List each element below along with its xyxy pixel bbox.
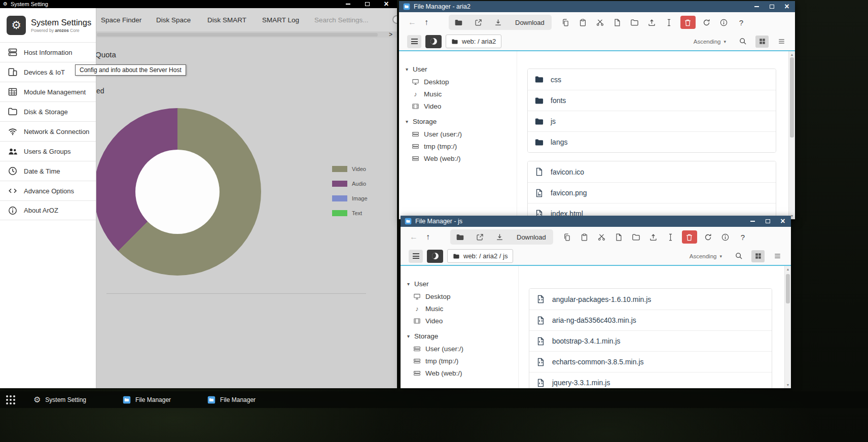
- window-titlebar[interactable]: ⚙ System Setting ×: [0, 0, 397, 8]
- scroll-down-icon[interactable]: ▼: [785, 383, 791, 387]
- help-button[interactable]: ?: [737, 231, 749, 243]
- tree-section-user[interactable]: ▾ User: [401, 277, 518, 290]
- menu-button[interactable]: [407, 35, 421, 48]
- dark-mode-button[interactable]: [427, 250, 443, 263]
- cut-button[interactable]: [596, 231, 608, 243]
- file-row[interactable]: bootstrap-3.4.1.min.js: [529, 330, 772, 351]
- tree-item-desktop[interactable]: Desktop: [401, 290, 518, 302]
- download-button[interactable]: Download: [508, 15, 552, 30]
- rename-button[interactable]: [663, 16, 675, 28]
- delete-button[interactable]: [682, 230, 697, 244]
- sidebar-item-date-time[interactable]: Date & Time: [0, 161, 96, 181]
- file-row[interactable]: favicon.png: [528, 182, 776, 203]
- file-row[interactable]: jquery-3.3.1.min.js: [529, 372, 772, 388]
- back-button[interactable]: ←: [409, 232, 419, 242]
- sort-order-dropdown[interactable]: Ascending ▾: [690, 253, 722, 259]
- file-row[interactable]: aria-ng-da5356c403.min.js: [529, 310, 772, 330]
- sidebar-item-host-information[interactable]: Host Information: [0, 42, 96, 62]
- tree-item-video[interactable]: Video: [399, 100, 517, 112]
- scrollbar-thumb[interactable]: [786, 274, 790, 303]
- sidebar-item-disk-storage[interactable]: Disk & Storage: [0, 101, 96, 121]
- file-row[interactable]: favicon.ico: [528, 161, 776, 182]
- refresh-button[interactable]: [702, 231, 714, 243]
- sidebar-item-module-management[interactable]: Module Management: [0, 82, 96, 101]
- tree-item-user-drive[interactable]: User (user:/): [401, 343, 518, 355]
- file-row[interactable]: js: [528, 111, 776, 131]
- up-button[interactable]: ↑: [421, 18, 431, 27]
- paste-button[interactable]: [578, 231, 591, 243]
- minimize-button[interactable]: [752, 3, 761, 11]
- search-button[interactable]: [737, 36, 748, 47]
- open-folder-button[interactable]: [449, 15, 468, 30]
- tree-section-user[interactable]: ▾ User: [399, 62, 517, 76]
- tab-disk-space[interactable]: Disk Space: [156, 16, 191, 24]
- back-button[interactable]: ←: [407, 18, 417, 27]
- copy-button[interactable]: [561, 231, 573, 243]
- open-external-button[interactable]: [468, 15, 488, 30]
- tree-section-storage[interactable]: ▾ Storage: [399, 115, 517, 128]
- sort-order-dropdown[interactable]: Ascending ▾: [694, 39, 726, 45]
- tree-item-tmp-drive[interactable]: tmp (tmp:/): [401, 355, 518, 367]
- taskbar-item-system-setting[interactable]: ⚙ System Setting: [33, 396, 86, 404]
- close-button[interactable]: ×: [383, 1, 390, 8]
- breadcrumb[interactable]: web: / aria2 / js: [447, 249, 513, 263]
- tree-item-desktop[interactable]: Desktop: [399, 76, 517, 88]
- window-titlebar[interactable]: File Manager - js ×: [401, 216, 791, 227]
- maximize-button[interactable]: [764, 217, 772, 225]
- sidebar-item-network-connection[interactable]: Network & Connection: [0, 121, 96, 141]
- breadcrumb[interactable]: web: / aria2: [446, 35, 501, 48]
- tree-item-video[interactable]: Video: [401, 315, 518, 327]
- sidebar-item-users-groups[interactable]: Users & Groups: [0, 141, 96, 161]
- info-button[interactable]: [719, 231, 732, 243]
- tab-space-finder[interactable]: Space Finder: [101, 16, 141, 24]
- cut-button[interactable]: [594, 16, 606, 28]
- tree-item-web-drive[interactable]: Web (web:/): [399, 152, 517, 164]
- tab-disk-smart[interactable]: Disk SMART: [207, 16, 246, 24]
- taskbar-item-file-manager-2[interactable]: File Manager: [207, 396, 256, 404]
- sidebar-item-advance-options[interactable]: Advance Options: [0, 181, 96, 200]
- chevron-right-icon[interactable]: >: [389, 31, 392, 38]
- tree-section-storage[interactable]: ▾ Storage: [401, 329, 518, 343]
- download-button[interactable]: Download: [510, 229, 553, 245]
- minimize-button[interactable]: [748, 217, 756, 225]
- list-view-button[interactable]: [776, 36, 787, 47]
- minimize-button[interactable]: [344, 1, 351, 8]
- new-file-button[interactable]: [613, 231, 625, 243]
- file-row[interactable]: echarts-common-3.8.5.min.js: [529, 351, 772, 372]
- maximize-button[interactable]: [364, 1, 371, 8]
- scrollbar[interactable]: ▲ ▼: [784, 266, 791, 388]
- settings-search-input[interactable]: [314, 16, 380, 24]
- refresh-button[interactable]: [701, 16, 713, 28]
- list-view-button[interactable]: [772, 251, 783, 262]
- dark-mode-button[interactable]: [425, 35, 442, 48]
- grid-view-button[interactable]: [755, 36, 769, 48]
- delete-button[interactable]: [680, 16, 696, 29]
- scroll-up-icon[interactable]: ▲: [785, 267, 791, 271]
- tree-item-music[interactable]: ♪ Music: [401, 302, 518, 315]
- help-button[interactable]: ?: [735, 16, 747, 28]
- up-button[interactable]: ↑: [423, 232, 433, 242]
- tree-item-web-drive[interactable]: Web (web:/): [401, 367, 518, 379]
- new-folder-button[interactable]: [630, 231, 642, 243]
- apps-grid-button[interactable]: [6, 395, 15, 404]
- file-row[interactable]: fonts: [528, 90, 776, 111]
- scroll-up-icon[interactable]: ▲: [789, 53, 795, 56]
- sidebar-item-about-aroz[interactable]: About ArOZ: [0, 200, 96, 220]
- tabs-scrollbar-thumb[interactable]: [97, 33, 378, 37]
- tree-item-tmp-drive[interactable]: tmp (tmp:/): [399, 140, 517, 152]
- search-button[interactable]: [733, 251, 744, 262]
- grid-view-button[interactable]: [751, 250, 765, 262]
- scrollbar[interactable]: ▲ ▼: [788, 51, 795, 219]
- file-row[interactable]: langs: [528, 131, 776, 152]
- scrollbar-thumb[interactable]: [790, 57, 794, 138]
- new-file-button[interactable]: [611, 16, 624, 28]
- paste-button[interactable]: [577, 16, 589, 28]
- copy-button[interactable]: [560, 16, 572, 28]
- window-titlebar[interactable]: File Manager - aria2 ×: [399, 1, 795, 12]
- taskbar-item-file-manager-1[interactable]: File Manager: [123, 396, 171, 404]
- rename-button[interactable]: [665, 231, 677, 243]
- file-row[interactable]: css: [528, 69, 776, 90]
- close-button[interactable]: ×: [783, 3, 791, 11]
- download-icon-button[interactable]: [488, 15, 508, 30]
- open-external-button[interactable]: [470, 229, 490, 245]
